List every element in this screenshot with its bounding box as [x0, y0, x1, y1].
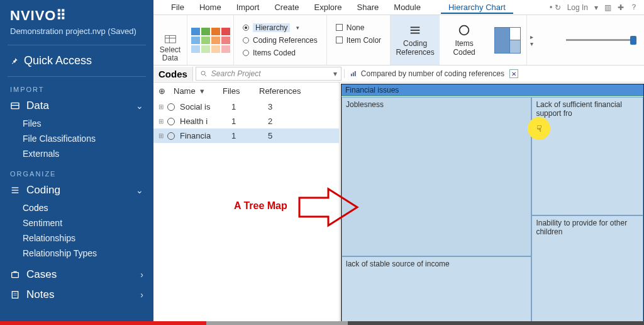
zoom-slider[interactable]	[536, 15, 644, 65]
ribbon-view-options: Hierarchy▾ Coding References Items Coded	[234, 15, 327, 65]
notes-icon	[10, 290, 20, 300]
menu-module[interactable]: Module	[386, 1, 428, 14]
svg-rect-9	[165, 35, 175, 43]
annotation-arrow	[297, 185, 360, 229]
titlebar-tools: • ↻ Log In ▾ ▥ ✚ ？	[550, 2, 644, 13]
opt-coding-references[interactable]: Coding References	[243, 36, 318, 45]
close-tab-button[interactable]: ✕	[509, 69, 518, 78]
chart-icon	[350, 70, 357, 77]
sidebar-sub-file-classifications[interactable]: File Classifications	[0, 131, 153, 146]
chevron-down-icon: ⌄	[136, 185, 143, 195]
hierarchy-chart[interactable]: Financial issues Joblesness Lack of suff…	[341, 84, 644, 325]
svg-point-15	[460, 26, 469, 35]
svg-rect-6	[12, 292, 18, 299]
sidebar: NVIVO⠿ Demonstration project.nvp (Saved)…	[0, 0, 153, 325]
cursor-highlight: ☟	[528, 117, 550, 140]
svg-rect-19	[353, 72, 354, 76]
expand-icon[interactable]: ⊞	[158, 132, 167, 139]
treemap-cell[interactable]: Inability to provide for other children	[531, 215, 643, 324]
svg-rect-20	[355, 71, 356, 76]
menu-share[interactable]: Share	[350, 1, 387, 14]
detail-tab[interactable]: Compared by number of coding references …	[344, 69, 644, 78]
items-coded-button[interactable]: ItemsCoded	[440, 15, 489, 65]
codes-columns: ⊕ Name ▾ Files References	[153, 83, 339, 100]
select-data-icon	[162, 33, 179, 46]
sidebar-sub-externals[interactable]: Externals	[0, 146, 153, 161]
expand-icon[interactable]: ⊞	[158, 103, 167, 110]
chevron-down-icon: ⌄	[136, 101, 143, 111]
cases-icon	[10, 270, 20, 280]
sidebar-sub-relationship-types[interactable]: Relationship Types	[0, 246, 153, 261]
menubar: File Home Import Create Explore Share Mo…	[153, 0, 644, 15]
coding-references-button[interactable]: CodingReferences	[391, 15, 440, 65]
tool-4[interactable]: ？	[630, 2, 638, 13]
opt-none[interactable]: None	[336, 23, 381, 32]
opt-hierarchy[interactable]: Hierarchy▾	[243, 23, 318, 32]
tool-2[interactable]: ▥	[604, 3, 611, 12]
treemap-cell[interactable]: Joblesness	[341, 97, 531, 256]
ribbon-color-options: None Item Color .	[327, 15, 391, 65]
list-header: Codes Search Project▾ Compared by number…	[153, 66, 644, 83]
select-data-button[interactable]: SelectData	[153, 15, 187, 65]
tool-3[interactable]: ✚	[618, 3, 624, 12]
coding-icon	[10, 185, 20, 195]
menu-home[interactable]: Home	[192, 1, 229, 14]
quick-access[interactable]: Quick Access	[0, 52, 153, 76]
items-coded-icon	[457, 23, 471, 37]
ribbon: SelectData Hierarchy▾ Coding References …	[153, 15, 644, 66]
svg-rect-18	[351, 74, 352, 76]
treemap-cell[interactable]: lack of stable source of income	[341, 256, 531, 324]
chevron-right-icon: ›	[140, 270, 143, 280]
sidebar-sub-files[interactable]: Files	[0, 116, 153, 131]
app-brand: NVIVO⠿	[0, 5, 153, 24]
menu-hierarchy-chart[interactable]: Hierarchy Chart	[441, 1, 513, 14]
sidebar-item-notes[interactable]: Notes ›	[0, 285, 153, 305]
color-palette[interactable]	[187, 15, 234, 65]
svg-line-17	[204, 75, 206, 77]
data-icon	[10, 101, 20, 111]
treemap-style-button[interactable]	[489, 15, 526, 65]
code-row[interactable]: ⊞Social is13	[153, 100, 339, 114]
svg-rect-5	[12, 273, 19, 278]
login-link[interactable]: Log In	[567, 3, 588, 12]
project-file-label: Demonstration project.nvp (Saved)	[0, 24, 153, 45]
expand-icon[interactable]: ⊞	[158, 118, 167, 125]
menu-explore[interactable]: Explore	[307, 1, 350, 14]
opt-item-color[interactable]: Item Color	[336, 36, 381, 45]
treemap-title: Financial issues	[341, 84, 643, 96]
menu-create[interactable]: Create	[267, 1, 306, 14]
add-code-icon[interactable]: ⊕	[158, 86, 174, 96]
sidebar-item-cases[interactable]: Cases ›	[0, 265, 153, 285]
search-icon	[200, 70, 208, 77]
chevron-right-icon: ›	[140, 290, 143, 300]
tool-1[interactable]: ▾	[594, 3, 598, 12]
main-area: File Home Import Create Explore Share Mo…	[153, 0, 644, 325]
coding-refs-icon	[408, 23, 422, 37]
sidebar-item-data[interactable]: Data ⌄	[0, 96, 153, 116]
pin-icon	[10, 57, 19, 66]
menu-file[interactable]: File	[164, 1, 192, 14]
sidebar-item-coding[interactable]: Coding ⌄	[0, 180, 153, 200]
annotation-label: A Tree Map	[234, 200, 287, 212]
sidebar-sub-codes[interactable]: Codes	[0, 200, 153, 215]
section-import: IMPORT	[0, 83, 153, 96]
col-references[interactable]: References	[259, 86, 334, 96]
sidebar-sub-relationships[interactable]: Relationships	[0, 231, 153, 246]
code-row[interactable]: ⊞Financia15	[153, 128, 339, 143]
col-files[interactable]: Files	[223, 86, 259, 96]
menu-import[interactable]: Import	[229, 1, 267, 14]
svg-point-16	[201, 71, 205, 75]
opt-items-coded[interactable]: Items Coded	[243, 48, 318, 57]
sidebar-sub-sentiment[interactable]: Sentiment	[0, 215, 153, 231]
code-row[interactable]: ⊞Health i12	[153, 114, 339, 128]
sync-icon[interactable]: • ↻	[550, 3, 561, 12]
video-progress-bar[interactable]	[0, 321, 644, 325]
treemap-cell[interactable]: Lack of sufficient financial support fro	[531, 97, 643, 215]
search-input[interactable]: Search Project▾	[196, 67, 341, 81]
section-organize: ORGANIZE	[0, 168, 153, 180]
svg-marker-21	[299, 189, 357, 225]
codes-panel-label: Codes	[153, 67, 193, 81]
treemap-style-dropdown[interactable]: ▸▾	[526, 15, 536, 65]
col-name[interactable]: Name ▾	[174, 86, 223, 96]
